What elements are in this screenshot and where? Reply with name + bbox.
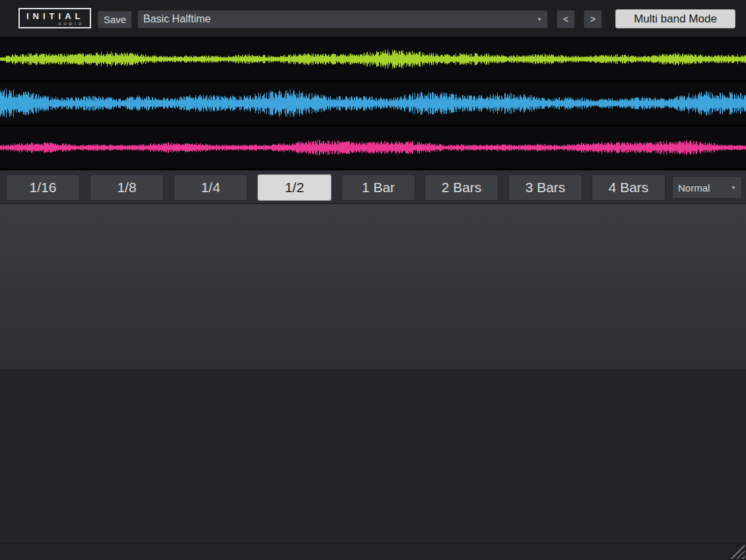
chevron-down-icon: ▼ (731, 185, 736, 191)
division-button-2-bars[interactable]: 2 Bars (424, 174, 498, 201)
bottom-bar (0, 543, 746, 560)
resize-grip-icon[interactable] (730, 544, 745, 559)
waveform-middle-canvas (0, 83, 746, 124)
division-button-1-8[interactable]: 1/8 (90, 174, 164, 201)
logo-subtext: AUDIO (26, 22, 85, 26)
prev-preset-button[interactable]: < (557, 10, 575, 28)
division-button-1-bar[interactable]: 1 Bar (341, 174, 415, 201)
waveform-bottom-canvas (0, 127, 746, 168)
division-button-1-16[interactable]: 1/16 (6, 174, 80, 201)
division-button-4-bars[interactable]: 4 Bars (592, 174, 665, 201)
main-panel: Smooth Blend Fast ▼ Fade In SlowMo 2 Fas… (0, 203, 746, 370)
waveform-display (0, 38, 746, 170)
save-button[interactable]: Save (98, 11, 132, 28)
top-bar: INITIAL AUDIO Save Basic Halftime ▼ < > … (0, 0, 746, 38)
waveform-top-canvas (0, 38, 746, 80)
division-button-1-2[interactable]: 1/2 (257, 174, 331, 201)
app-window: INITIAL AUDIO Save Basic Halftime ▼ < > … (0, 0, 746, 560)
chevron-down-icon: ▼ (537, 17, 542, 22)
logo-text: INITIAL (26, 11, 85, 21)
multi-band-mode-button[interactable]: Multi band Mode (615, 9, 735, 28)
initial-audio-logo: INITIAL AUDIO (18, 8, 91, 28)
playback-mode-select[interactable]: Normal ▼ (672, 176, 742, 199)
preset-select[interactable]: Basic Halftime ▼ (137, 10, 548, 28)
playback-mode-value: Normal (678, 182, 710, 193)
division-button-3-bars[interactable]: 3 Bars (508, 174, 582, 201)
preset-value: Basic Halftime (143, 13, 211, 25)
lower-panel: Crossover Freq Reverse LOW S M Speed 0 ▼… (0, 370, 746, 543)
next-preset-button[interactable]: > (584, 10, 602, 28)
division-button-1-4[interactable]: 1/4 (174, 174, 248, 201)
